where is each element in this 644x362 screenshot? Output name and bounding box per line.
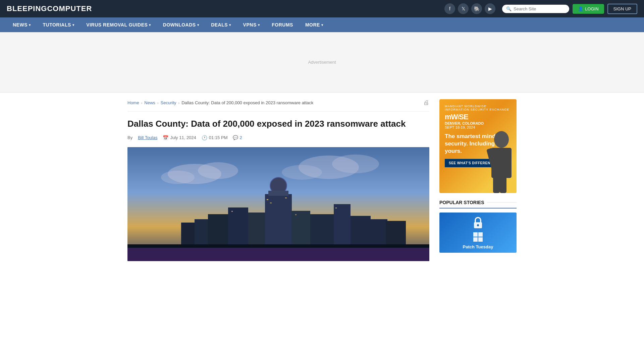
svg-point-5 (332, 155, 379, 173)
svg-rect-24 (267, 199, 268, 200)
dallas-skyline-svg (127, 147, 429, 261)
svg-point-6 (282, 165, 322, 180)
logo-bold: COMPUTER (47, 4, 92, 13)
win-pane-2 (478, 232, 483, 237)
social-icons: f 𝕏 🐘 ▶ (444, 3, 495, 14)
svg-rect-10 (268, 191, 288, 196)
win-pane-3 (473, 237, 478, 242)
login-button[interactable]: 👤 LOGIN (573, 4, 604, 14)
mwise-logo: mWiSE (445, 113, 511, 121)
breadcrumb-sep-1: › (141, 101, 143, 105)
main-nav: NEWS ▾ TUTORIALS ▾ VIRUS REMOVAL GUIDES … (0, 17, 644, 32)
svg-rect-23 (127, 248, 429, 261)
article-time: 01:15 PM (209, 135, 228, 140)
vpns-dropdown-arrow: ▾ (258, 23, 260, 27)
svg-rect-34 (493, 176, 500, 193)
site-logo[interactable]: BLEEPINGCOMPUTER (7, 4, 92, 13)
breadcrumb-sep-3: › (178, 101, 180, 105)
header-right: f 𝕏 🐘 ▶ 🔍 👤 LOGIN SIGN UP (444, 3, 637, 14)
author-link[interactable]: Bill Toulas (138, 135, 157, 140)
date-meta: 📅 July 11, 2024 (163, 135, 196, 140)
time-meta: 🕐 01:15 PM (202, 135, 228, 140)
tutorials-dropdown-arrow: ▾ (72, 23, 74, 27)
svg-point-2 (198, 162, 238, 179)
sidebar: MANDIANT WORLDWIDE INFORMATION SECURITY … (439, 99, 517, 261)
ad-placeholder-text: Advertisement (308, 60, 336, 65)
signup-button[interactable]: SIGN UP (607, 4, 637, 14)
comment-number: 2 (239, 135, 242, 140)
lock-icon (472, 216, 484, 230)
win-pane-1 (473, 232, 478, 237)
user-icon: 👤 (578, 6, 583, 11)
article-meta: By Bill Toulas 📅 July 11, 2024 🕐 01:15 P… (127, 135, 429, 140)
breadcrumb-security[interactable]: Security (161, 100, 176, 105)
svg-point-30 (494, 131, 509, 148)
svg-rect-25 (270, 202, 272, 203)
windows-logo (473, 232, 483, 242)
logo-light: BLEEPING (7, 4, 47, 13)
popular-story-patch-tuesday[interactable]: Patch Tuesday (439, 213, 517, 253)
svg-rect-28 (295, 214, 297, 215)
mwise-subtitle: MANDIANT WORLDWIDE INFORMATION SECURITY … (445, 105, 511, 111)
site-header: BLEEPINGCOMPUTER f 𝕏 🐘 ▶ 🔍 👤 LOGIN SIGN … (0, 0, 644, 17)
win-pane-4 (478, 237, 483, 242)
svg-rect-35 (500, 176, 506, 193)
mwise-location: DENVER, COLORADO (445, 121, 511, 125)
svg-point-37 (477, 224, 479, 226)
nav-downloads[interactable]: DOWNLOADS ▾ (157, 17, 205, 32)
article-image (127, 147, 429, 261)
main-container: Home › News › Security › Dallas County: … (121, 93, 523, 268)
popular-stories-section: POPULAR STORIES Patch Tuesday (439, 200, 517, 253)
patch-tuesday-label: Patch Tuesday (463, 244, 493, 249)
content-area: Home › News › Security › Dallas County: … (127, 99, 429, 261)
person-silhouette (480, 126, 517, 193)
nav-tutorials[interactable]: TUTORIALS ▾ (37, 17, 80, 32)
comment-count[interactable]: 💬 2 (233, 135, 242, 140)
clock-icon: 🕐 (202, 135, 207, 140)
nav-more[interactable]: MORE ▾ (299, 17, 329, 32)
nav-deals[interactable]: DEALS ▾ (205, 17, 237, 32)
breadcrumb-sep-2: › (157, 101, 159, 105)
login-label: LOGIN (585, 6, 598, 11)
nav-vpns[interactable]: VPNS ▾ (237, 17, 266, 32)
search-icon: 🔍 (506, 6, 512, 11)
virus-dropdown-arrow: ▾ (149, 23, 151, 27)
mastodon-icon[interactable]: 🐘 (471, 3, 482, 14)
svg-rect-26 (285, 197, 287, 198)
downloads-dropdown-arrow: ▾ (197, 23, 199, 27)
breadcrumb-current: Dallas County: Data of 200,000 exposed i… (181, 100, 313, 105)
breadcrumb-home[interactable]: Home (127, 100, 139, 105)
facebook-icon[interactable]: f (444, 3, 455, 14)
more-dropdown-arrow: ▾ (321, 23, 323, 27)
popular-stories-title: POPULAR STORIES (439, 200, 517, 208)
article-date: July 11, 2024 (170, 135, 196, 140)
youtube-icon[interactable]: ▶ (485, 3, 495, 14)
svg-rect-27 (231, 211, 233, 212)
sidebar-ad[interactable]: MANDIANT WORLDWIDE INFORMATION SECURITY … (439, 99, 517, 193)
nav-news[interactable]: NEWS ▾ (7, 17, 37, 32)
news-dropdown-arrow: ▾ (29, 23, 31, 27)
breadcrumb-news[interactable]: News (144, 100, 155, 105)
breadcrumb: Home › News › Security › Dallas County: … (127, 99, 429, 112)
author-prefix: By (127, 135, 132, 140)
calendar-icon: 📅 (163, 135, 168, 140)
twitter-icon[interactable]: 𝕏 (458, 3, 469, 14)
nav-forums[interactable]: FORUMS (266, 17, 299, 32)
print-icon[interactable]: 🖨 (423, 99, 429, 106)
search-input[interactable] (514, 6, 565, 11)
article-title: Dallas County: Data of 200,000 exposed i… (127, 118, 429, 130)
comment-icon: 💬 (233, 135, 238, 140)
search-box: 🔍 (502, 5, 569, 13)
nav-virus-removal[interactable]: VIRUS REMOVAL GUIDES ▾ (80, 17, 157, 32)
top-ad-banner: Advertisement (0, 32, 644, 93)
svg-rect-29 (335, 207, 337, 208)
deals-dropdown-arrow: ▾ (229, 23, 231, 27)
svg-point-3 (161, 171, 195, 184)
